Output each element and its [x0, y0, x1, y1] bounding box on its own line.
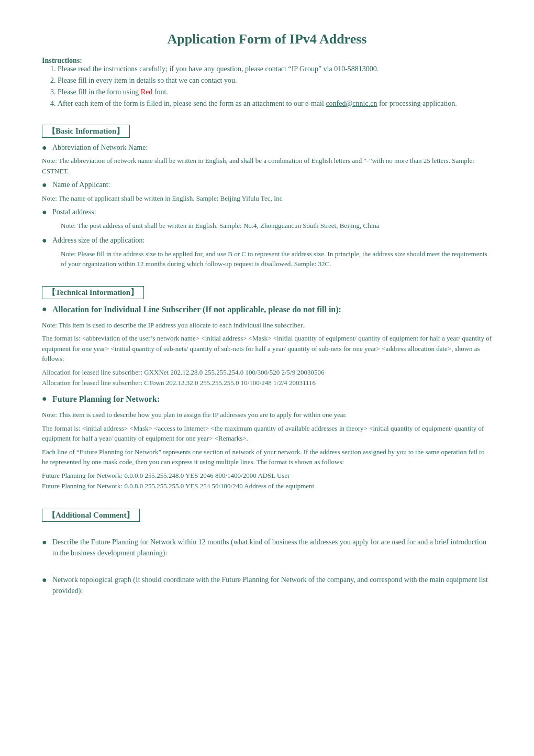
applicant-note: Note: The name of applicant shall be wri…: [42, 193, 492, 204]
address-size-note: Note: Please fill in the address size to…: [61, 249, 492, 269]
abbrev-note: Note: The abbreviation of network name s…: [42, 156, 492, 176]
applicant-item: ● Name of Applicant:: [42, 179, 492, 191]
instruction-item-4: After each item of the form is filled in…: [58, 100, 492, 108]
page-title: Application Form of IPv4 Address: [42, 31, 492, 47]
future-format: The format is: <initial address> <Mask> …: [42, 423, 492, 444]
bullet-dot-5: ●: [42, 303, 52, 315]
future-example-1: Future Planning for Network: 0.0.0.0 255…: [42, 470, 492, 481]
allocation-example-1: Allocation for leased line subscriber: G…: [42, 367, 492, 378]
future-note1: Note: This item is used to describe how …: [42, 410, 492, 420]
abbrev-label: Abbreviation of Network Name:: [52, 142, 148, 153]
instruction-item-2: Please fill in every item in details so …: [58, 76, 492, 85]
postal-note: Note: The post address of unit shall be …: [61, 221, 492, 231]
bullet-dot-7: ●: [42, 536, 52, 548]
future-item: ● Future Planning for Network:: [42, 393, 492, 406]
instructions-label: Instructions:: [42, 57, 492, 65]
red-font-label: Red: [141, 88, 153, 96]
applicant-label: Name of Applicant:: [52, 179, 110, 190]
basic-info-section: 【Basic Information】 ● Abbreviation of Ne…: [42, 117, 492, 269]
abbrev-item: ● Abbreviation of Network Name:: [42, 142, 492, 154]
email-link[interactable]: confed@cnnic.cn: [326, 100, 377, 107]
instruction-item-3: Please fill in the form using Red font.: [58, 88, 492, 96]
technical-info-label: 【Technical Information】: [42, 286, 144, 299]
basic-info-label: 【Basic Information】: [42, 125, 130, 138]
allocation-note: Note: This item is used to describe the …: [42, 320, 492, 331]
future-label: Future Planning for Network:: [52, 393, 160, 406]
allocation-item: ● Allocation for Individual Line Subscri…: [42, 303, 492, 316]
additional-comment-section: 【Additional Comment】 ● Describe the Futu…: [42, 501, 492, 596]
additional-item-1: ● Describe the Future Planning for Netwo…: [42, 536, 492, 558]
bullet-dot-4: ●: [42, 235, 52, 246]
allocation-example-2: Allocation for leased line subscriber: C…: [42, 378, 492, 389]
additional-items: ● Describe the Future Planning for Netwo…: [42, 536, 492, 596]
bullet-dot-1: ●: [42, 142, 52, 154]
address-size-label: Address size of the application:: [52, 235, 145, 246]
technical-info-section: 【Technical Information】 ● Allocation for…: [42, 279, 492, 492]
instruction-item-1: Please read the instructions carefully; …: [58, 65, 492, 73]
additional-label-1: Describe the Future Planning for Network…: [52, 536, 492, 558]
future-example-2: Future Planning for Network: 0.0.8.0 255…: [42, 481, 492, 492]
allocation-format: The format is: <abbreviation of the user…: [42, 333, 492, 364]
additional-label-2: Network topological graph (It should coo…: [52, 574, 492, 596]
postal-item: ● Postal address:: [42, 206, 492, 218]
instructions-section: Instructions: Please read the instructio…: [42, 57, 492, 108]
instructions-list: Please read the instructions carefully; …: [58, 65, 492, 108]
additional-item-2: ● Network topological graph (It should c…: [42, 574, 492, 596]
bullet-dot-6: ●: [42, 393, 52, 404]
allocation-label: Allocation for Individual Line Subscribe…: [52, 303, 341, 316]
bullet-dot-8: ●: [42, 574, 52, 586]
address-size-item: ● Address size of the application:: [42, 235, 492, 246]
future-note2: Each line of “Future Planning for Networ…: [42, 447, 492, 467]
postal-label: Postal address:: [52, 206, 96, 217]
bullet-dot-2: ●: [42, 179, 52, 191]
additional-comment-label: 【Additional Comment】: [42, 509, 140, 522]
bullet-dot-3: ●: [42, 206, 52, 218]
